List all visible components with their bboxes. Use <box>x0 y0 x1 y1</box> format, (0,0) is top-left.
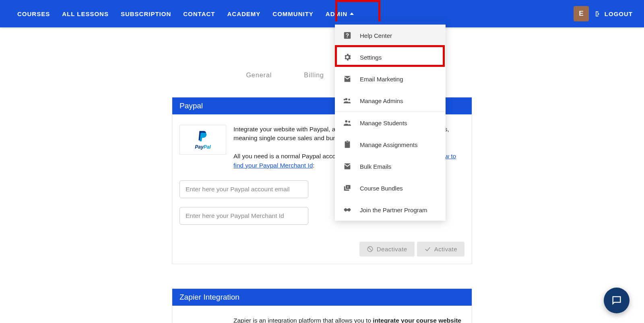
svg-point-4 <box>344 99 345 100</box>
paypal-activate-button[interactable]: Activate <box>417 242 464 257</box>
admin-dropdown: ? Help Center Settings Email Marketing M… <box>335 21 446 221</box>
svg-point-3 <box>348 99 350 100</box>
mail-icon <box>343 75 352 83</box>
dropdown-help-center[interactable]: ? Help Center <box>335 25 446 46</box>
zapier-description: Zapier is an integration platform that a… <box>233 316 464 323</box>
dropdown-item-label: Manage Students <box>360 120 407 126</box>
tab-billing[interactable]: Billing <box>288 66 340 87</box>
zapier-card: Zapier Integration zapier Zapier is an i… <box>172 288 472 323</box>
nav-contact[interactable]: CONTACT <box>177 4 221 24</box>
avatar[interactable]: E <box>574 6 589 21</box>
nav-all-lessons[interactable]: ALL LESSONS <box>56 4 115 24</box>
dropdown-item-label: Manage Admins <box>360 97 403 104</box>
nav-subscription[interactable]: SUBSCRIPTION <box>115 4 177 24</box>
paypal-deactivate-button[interactable]: Deactivate <box>359 242 415 257</box>
top-navigation: COURSES ALL LESSONS SUBSCRIPTION CONTACT… <box>0 0 644 27</box>
dropdown-bulk-emails[interactable]: Bulk Emails <box>335 155 446 177</box>
dropdown-settings[interactable]: Settings <box>335 46 446 68</box>
svg-point-2 <box>345 98 348 101</box>
paypal-email-input[interactable] <box>180 180 308 198</box>
paypal-merchant-id-input[interactable] <box>180 207 308 225</box>
svg-point-6 <box>348 121 350 123</box>
svg-text:?: ? <box>346 33 349 39</box>
dropdown-manage-students[interactable]: Manage Students <box>335 112 446 134</box>
nav-admin[interactable]: ADMIN <box>320 4 360 24</box>
svg-line-12 <box>368 248 372 251</box>
zapier-card-title: Zapier Integration <box>172 289 472 306</box>
nav-admin-label: ADMIN <box>326 10 347 17</box>
mail-icon <box>343 162 352 171</box>
chevron-up-icon <box>350 12 354 15</box>
dropdown-item-label: Email Marketing <box>360 76 403 83</box>
groups-icon <box>343 96 352 105</box>
dropdown-manage-assignments[interactable]: Manage Assignments <box>335 134 446 155</box>
people-icon <box>343 118 352 127</box>
nav-academy[interactable]: ACADEMY <box>221 4 267 24</box>
dropdown-course-bundles[interactable]: Course Bundles <box>335 177 446 199</box>
logout-button[interactable]: LOGOUT <box>594 10 633 18</box>
logout-label: LOGOUT <box>605 10 633 17</box>
tab-general[interactable]: General <box>230 66 288 87</box>
svg-rect-7 <box>346 141 349 142</box>
dropdown-item-label: Course Bundles <box>360 185 403 192</box>
dropdown-partner-program[interactable]: Join the Partner Program <box>335 199 446 221</box>
nav-courses[interactable]: COURSES <box>11 4 56 24</box>
svg-point-5 <box>345 120 347 122</box>
gear-icon <box>343 53 352 62</box>
bundle-icon <box>343 184 352 193</box>
chat-fab[interactable] <box>604 288 630 313</box>
zapier-logo: zapier <box>180 316 226 323</box>
logout-icon <box>594 10 602 18</box>
dropdown-item-label: Manage Assignments <box>360 141 417 148</box>
check-icon <box>424 246 431 253</box>
dropdown-item-label: Join the Partner Program <box>360 207 427 213</box>
block-icon <box>367 246 374 253</box>
paypal-logo: PayPal <box>180 125 226 155</box>
help-icon: ? <box>343 31 352 40</box>
handshake-icon <box>343 205 352 214</box>
dropdown-item-label: Help Center <box>360 32 392 39</box>
dropdown-email-marketing[interactable]: Email Marketing <box>335 68 446 90</box>
nav-community[interactable]: COMMUNITY <box>266 4 320 24</box>
dropdown-manage-admins[interactable]: Manage Admins <box>335 90 446 112</box>
nav-left: COURSES ALL LESSONS SUBSCRIPTION CONTACT… <box>11 4 360 24</box>
dropdown-item-label: Bulk Emails <box>360 163 391 170</box>
chat-icon <box>611 295 622 306</box>
nav-right: E LOGOUT <box>574 6 633 21</box>
clipboard-icon <box>343 140 352 149</box>
dropdown-item-label: Settings <box>360 54 382 61</box>
